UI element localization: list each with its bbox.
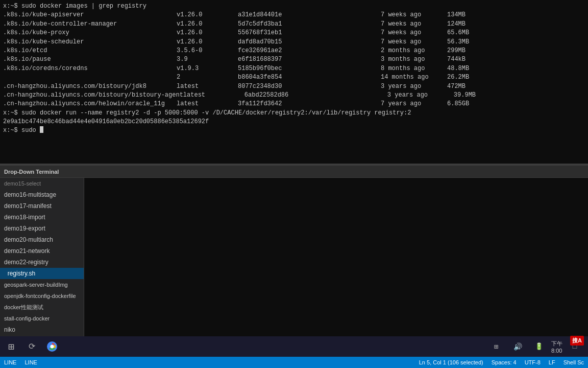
taskbar-battery-icon[interactable]: 🔋 <box>530 338 548 355</box>
cmd-line-1: x:~$ sudo docker images | grep registry <box>3 2 585 11</box>
chrome-icon[interactable] <box>43 338 61 355</box>
sidebar-item-demo21[interactable]: demo21-network <box>0 245 84 257</box>
data-line-11: .cn-hangzhou.aliyuncs.com/helowin/oracle… <box>3 100 585 108</box>
ime-icon[interactable]: 搜A <box>570 336 584 346</box>
taskbar-sound-icon[interactable]: 🔊 <box>508 338 527 355</box>
taskbar-time: 下午8:00 <box>551 340 562 354</box>
status-encoding: UTF-8 <box>525 359 541 365</box>
sidebar-item-openjdk[interactable]: openjdk-fontconfig-dockerfile <box>0 290 84 302</box>
data-line-6: .k8s.io/pause3.9e6f1816883973 months ago… <box>3 55 585 64</box>
svg-point-2 <box>51 345 54 349</box>
sidebar-item-install-config[interactable]: stall-config-docker <box>0 313 84 324</box>
taskbar-network-icon[interactable]: ⊞ <box>487 338 505 355</box>
data-line-9: .cn-hangzhou.aliyuncs.com/bistoury/jdk8l… <box>3 82 585 91</box>
sidebar-item-registry-sh[interactable]: registry.sh <box>0 268 84 279</box>
start-button[interactable]: ⊞ <box>2 338 20 355</box>
status-spaces: Spaces: 4 <box>492 359 517 365</box>
status-shell: Shell Sc <box>564 359 584 365</box>
output-line: 2e9a1bc474be8c46bad44e4e04916a0eb2bc20d0… <box>3 118 585 126</box>
sidebar-item-geospark[interactable]: geospark-server-buildImg <box>0 279 84 290</box>
taskbar: ⊞ ⟳ ⊞ 🔊 🔋 下午8:00 □ <box>0 336 588 357</box>
panel-title-bar: Drop-Down Terminal <box>0 166 588 178</box>
data-line-8: 2b8604a3fe85414 months ago26.2MB <box>3 73 585 82</box>
status-eol: LF <box>549 359 555 365</box>
status-item-line1: LINE <box>4 359 16 365</box>
search-button[interactable]: ⟳ <box>22 338 41 355</box>
status-position: Ln 5, Col 1 (106 selected) <box>419 359 483 365</box>
status-right: Ln 5, Col 1 (106 selected) Spaces: 4 UTF… <box>419 359 584 365</box>
status-bar: LINE LINE Ln 5, Col 1 (106 selected) Spa… <box>0 357 588 368</box>
data-line-4: .k8s.io/kube-schedulerv1.26.0dafd8ad70b1… <box>3 38 585 47</box>
sidebar-item-docker-perf[interactable]: docker性能测试 <box>0 302 84 313</box>
sidebar-item-demo20[interactable]: demo20-multiarch <box>0 234 84 245</box>
data-line-2: .k8s.io/kube-controller-managerv1.26.05d… <box>3 20 585 29</box>
data-line-10: .cn-hangzhou.aliyuncs.com/bistoury/bisto… <box>3 91 585 100</box>
data-line-3: .k8s.io/kube-proxyv1.26.0556768f31eb17 w… <box>3 29 585 37</box>
terminal-top: x:~$ sudo docker images | grep registry … <box>0 0 588 164</box>
cmd-line-2: x:~$ sudo docker run --name registry2 -d… <box>3 109 585 118</box>
data-line-5: .k8s.io/etcd3.5.6-0fce326961ae22 months … <box>3 47 585 55</box>
status-left: LINE LINE <box>4 359 37 365</box>
data-line-7: .k8s.io/coredns/corednsv1.9.35185b96f0be… <box>3 64 585 73</box>
sidebar-item-demo18[interactable]: demo18-import <box>0 212 84 223</box>
sidebar-item-demo17[interactable]: demo17-manifest <box>0 200 84 212</box>
panel-title: Drop-Down Terminal <box>4 169 59 175</box>
sidebar-item-demo15[interactable]: demo15-select <box>0 178 84 189</box>
sidebar-item-demo22[interactable]: demo22-registry <box>0 257 84 268</box>
sidebar-item-demo19[interactable]: demo19-export <box>0 223 84 234</box>
status-item-line2: LINE <box>24 359 37 365</box>
sidebar-item-demo16[interactable]: demo16-multistage <box>0 189 84 200</box>
prompt-line[interactable]: x:~$ sudo <box>3 126 585 135</box>
data-line-1: .k8s.io/kube-apiserverv1.26.0a31e1d84401… <box>3 11 585 19</box>
sidebar-item-niko[interactable]: niko <box>0 324 84 335</box>
